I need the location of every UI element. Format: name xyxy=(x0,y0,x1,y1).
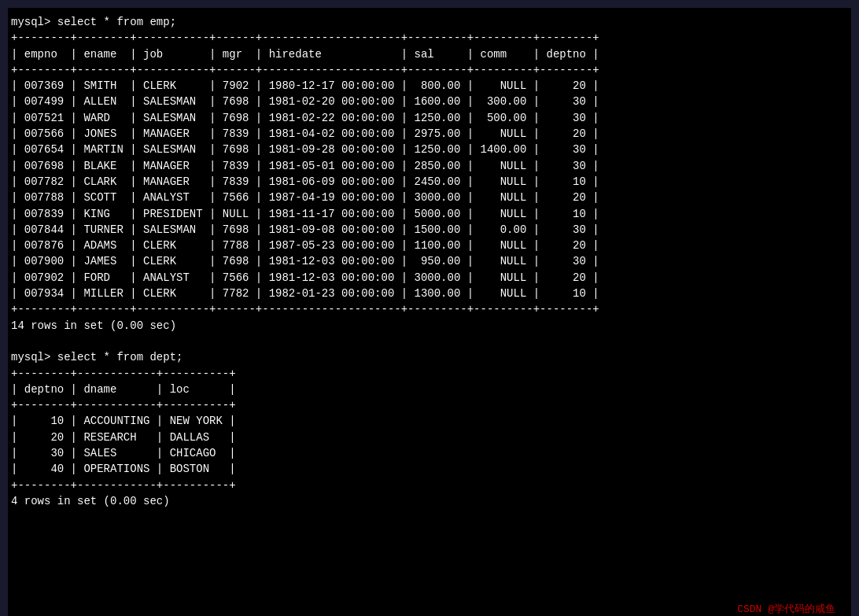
dept-rows: | 10 | ACCOUNTING | NEW YORK || 20 | RES… xyxy=(11,413,848,477)
table-row: | 007844 | TURNER | SALESMAN | 7698 | 19… xyxy=(11,222,848,238)
table-row: | 007902 | FORD | ANALYST | 7566 | 1981-… xyxy=(11,270,848,286)
dept-rowcount: 4 rows in set (0.00 sec) xyxy=(11,493,848,509)
dept-header-separator: +--------+------------+----------+ xyxy=(11,397,848,413)
table-row: | 007839 | KING | PRESIDENT | NULL | 198… xyxy=(11,206,848,222)
emp-top-separator: +--------+--------+-----------+------+--… xyxy=(11,30,848,46)
table-row: | 40 | OPERATIONS | BOSTON | xyxy=(11,461,848,477)
table-row: | 10 | ACCOUNTING | NEW YORK | xyxy=(11,413,848,429)
table-row: | 007566 | JONES | MANAGER | 7839 | 1981… xyxy=(11,126,848,142)
dept-top-separator: +--------+------------+----------+ xyxy=(11,366,848,382)
table-row: | 007788 | SCOTT | ANALYST | 7566 | 1987… xyxy=(11,190,848,205)
table-row: | 007521 | WARD | SALESMAN | 7698 | 1981… xyxy=(11,110,848,126)
watermark: CSDN @学代码的咸鱼 xyxy=(737,602,835,616)
table-row: | 007900 | JAMES | CLERK | 7698 | 1981-1… xyxy=(11,253,848,269)
table-row: | 007934 | MILLER | CLERK | 7782 | 1982-… xyxy=(11,286,848,301)
emp-header-separator: +--------+--------+-----------+------+--… xyxy=(11,62,848,78)
table-row: | 007654 | MARTIN | SALESMAN | 7698 | 19… xyxy=(11,142,848,157)
terminal-window: mysql> select * from emp; +--------+----… xyxy=(8,8,851,616)
dept-header: | deptno | dname | loc | xyxy=(11,382,848,397)
emp-bottom-separator: +--------+--------+-----------+------+--… xyxy=(11,301,848,317)
emp-header: | empno | ename | job | mgr | hiredate |… xyxy=(11,46,848,62)
table-row: | 007782 | CLARK | MANAGER | 7839 | 1981… xyxy=(11,174,848,190)
table-row: | 007499 | ALLEN | SALESMAN | 7698 | 198… xyxy=(11,94,848,109)
query1-prompt: mysql> select * from emp; xyxy=(11,14,848,30)
blank-line xyxy=(11,334,848,349)
table-row: | 007876 | ADAMS | CLERK | 7788 | 1987-0… xyxy=(11,238,848,253)
table-row: | 007369 | SMITH | CLERK | 7902 | 1980-1… xyxy=(11,78,848,94)
query2-prompt: mysql> select * from dept; xyxy=(11,349,848,365)
dept-bottom-separator: +--------+------------+----------+ xyxy=(11,478,848,493)
emp-rows: | 007369 | SMITH | CLERK | 7902 | 1980-1… xyxy=(11,78,848,301)
table-row: | 007698 | BLAKE | MANAGER | 7839 | 1981… xyxy=(11,158,848,174)
table-row: | 30 | SALES | CHICAGO | xyxy=(11,445,848,461)
emp-rowcount: 14 rows in set (0.00 sec) xyxy=(11,318,848,334)
table-row: | 20 | RESEARCH | DALLAS | xyxy=(11,430,848,445)
